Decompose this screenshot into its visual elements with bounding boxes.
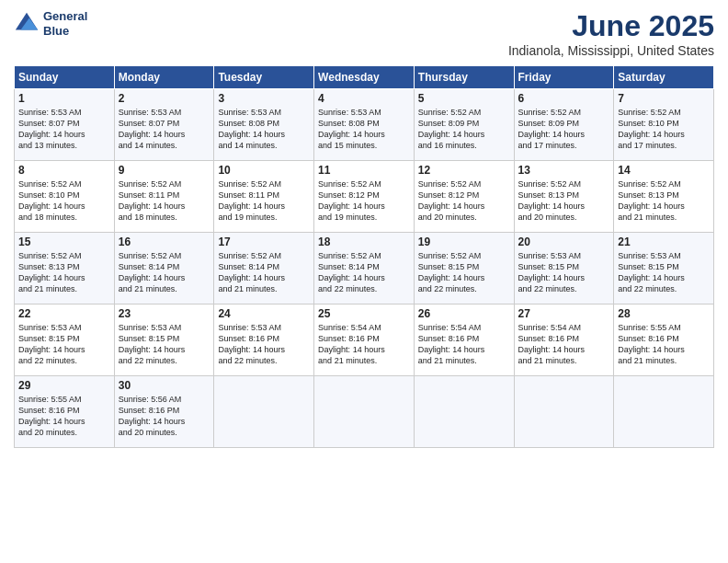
cell-details: Sunrise: 5:53 AM Sunset: 8:15 PM Dayligh… [518, 250, 610, 295]
day-number: 21 [618, 236, 710, 248]
weekday-header: Sunday [15, 66, 115, 89]
calendar-cell: 9Sunrise: 5:52 AM Sunset: 8:11 PM Daylig… [114, 161, 214, 233]
calendar-cell: 25Sunrise: 5:54 AM Sunset: 8:16 PM Dayli… [314, 304, 415, 376]
calendar-cell: 1Sunrise: 5:53 AM Sunset: 8:07 PM Daylig… [15, 89, 115, 161]
day-number: 16 [119, 236, 210, 248]
weekday-header: Monday [114, 66, 214, 89]
cell-details: Sunrise: 5:52 AM Sunset: 8:12 PM Dayligh… [418, 178, 510, 224]
calendar-cell: 18Sunrise: 5:52 AM Sunset: 8:14 PM Dayli… [314, 233, 415, 304]
day-number: 20 [518, 236, 610, 248]
month-title: June 2025 [508, 9, 714, 43]
calendar-cell [414, 376, 514, 448]
calendar-cell [314, 376, 415, 448]
calendar-cell: 3Sunrise: 5:53 AM Sunset: 8:08 PM Daylig… [214, 89, 314, 161]
calendar-cell: 8Sunrise: 5:52 AM Sunset: 8:10 PM Daylig… [15, 161, 115, 233]
cell-details: Sunrise: 5:52 AM Sunset: 8:09 PM Dayligh… [418, 107, 510, 152]
cell-details: Sunrise: 5:53 AM Sunset: 8:08 PM Dayligh… [218, 107, 310, 152]
cell-details: Sunrise: 5:53 AM Sunset: 8:07 PM Dayligh… [18, 107, 110, 152]
day-number: 26 [418, 307, 510, 320]
cell-details: Sunrise: 5:52 AM Sunset: 8:15 PM Dayligh… [418, 250, 510, 295]
cell-details: Sunrise: 5:52 AM Sunset: 8:14 PM Dayligh… [218, 250, 310, 295]
calendar-cell: 4Sunrise: 5:53 AM Sunset: 8:08 PM Daylig… [314, 89, 415, 161]
calendar-week-row: 29Sunrise: 5:55 AM Sunset: 8:16 PM Dayli… [15, 376, 714, 448]
day-number: 5 [418, 92, 510, 105]
header-area: General Blue June 2025 Indianola, Missis… [14, 9, 714, 58]
calendar-cell [214, 376, 314, 448]
cell-details: Sunrise: 5:55 AM Sunset: 8:16 PM Dayligh… [18, 394, 110, 439]
calendar-cell: 30Sunrise: 5:56 AM Sunset: 8:16 PM Dayli… [114, 376, 214, 448]
day-number: 10 [218, 164, 310, 177]
day-number: 13 [518, 164, 610, 177]
calendar-cell: 15Sunrise: 5:52 AM Sunset: 8:13 PM Dayli… [15, 233, 115, 304]
cell-details: Sunrise: 5:54 AM Sunset: 8:16 PM Dayligh… [418, 322, 510, 367]
cell-details: Sunrise: 5:52 AM Sunset: 8:14 PM Dayligh… [119, 250, 210, 295]
day-number: 24 [218, 307, 310, 320]
cell-details: Sunrise: 5:55 AM Sunset: 8:16 PM Dayligh… [618, 322, 710, 367]
calendar-cell: 19Sunrise: 5:52 AM Sunset: 8:15 PM Dayli… [414, 233, 514, 304]
calendar-cell: 10Sunrise: 5:52 AM Sunset: 8:11 PM Dayli… [214, 161, 314, 233]
day-number: 22 [18, 307, 110, 320]
cell-details: Sunrise: 5:54 AM Sunset: 8:16 PM Dayligh… [518, 322, 610, 367]
cell-details: Sunrise: 5:52 AM Sunset: 8:13 PM Dayligh… [618, 178, 710, 224]
day-number: 17 [218, 236, 310, 248]
calendar-cell: 6Sunrise: 5:52 AM Sunset: 8:09 PM Daylig… [514, 89, 614, 161]
calendar-cell: 7Sunrise: 5:52 AM Sunset: 8:10 PM Daylig… [614, 89, 714, 161]
calendar-cell: 11Sunrise: 5:52 AM Sunset: 8:12 PM Dayli… [314, 161, 415, 233]
day-number: 6 [518, 92, 610, 105]
day-number: 23 [119, 307, 210, 320]
day-number: 3 [218, 92, 310, 105]
calendar-cell: 21Sunrise: 5:53 AM Sunset: 8:15 PM Dayli… [614, 233, 714, 304]
calendar-cell: 2Sunrise: 5:53 AM Sunset: 8:07 PM Daylig… [114, 89, 214, 161]
cell-details: Sunrise: 5:52 AM Sunset: 8:14 PM Dayligh… [318, 250, 410, 295]
location: Indianola, Mississippi, United States [508, 43, 714, 58]
calendar-cell: 23Sunrise: 5:53 AM Sunset: 8:15 PM Dayli… [114, 304, 214, 376]
calendar-table: SundayMondayTuesdayWednesdayThursdayFrid… [14, 65, 714, 448]
calendar-cell: 20Sunrise: 5:53 AM Sunset: 8:15 PM Dayli… [514, 233, 614, 304]
cell-details: Sunrise: 5:52 AM Sunset: 8:11 PM Dayligh… [119, 178, 210, 224]
calendar-header-row: SundayMondayTuesdayWednesdayThursdayFrid… [15, 66, 714, 89]
calendar-week-row: 8Sunrise: 5:52 AM Sunset: 8:10 PM Daylig… [15, 161, 714, 233]
cell-details: Sunrise: 5:56 AM Sunset: 8:16 PM Dayligh… [119, 394, 210, 439]
cell-details: Sunrise: 5:53 AM Sunset: 8:15 PM Dayligh… [18, 322, 110, 367]
cell-details: Sunrise: 5:53 AM Sunset: 8:08 PM Dayligh… [318, 107, 410, 152]
day-number: 11 [318, 164, 410, 177]
calendar-cell [614, 376, 714, 448]
day-number: 4 [318, 92, 410, 105]
cell-details: Sunrise: 5:53 AM Sunset: 8:15 PM Dayligh… [119, 322, 210, 367]
calendar-week-row: 22Sunrise: 5:53 AM Sunset: 8:15 PM Dayli… [15, 304, 714, 376]
calendar-week-row: 15Sunrise: 5:52 AM Sunset: 8:13 PM Dayli… [15, 233, 714, 304]
calendar-cell: 27Sunrise: 5:54 AM Sunset: 8:16 PM Dayli… [514, 304, 614, 376]
logo-icon [14, 11, 40, 37]
day-number: 15 [18, 236, 110, 248]
calendar-cell: 16Sunrise: 5:52 AM Sunset: 8:14 PM Dayli… [114, 233, 214, 304]
calendar-cell: 26Sunrise: 5:54 AM Sunset: 8:16 PM Dayli… [414, 304, 514, 376]
calendar-cell: 22Sunrise: 5:53 AM Sunset: 8:15 PM Dayli… [15, 304, 115, 376]
day-number: 12 [418, 164, 510, 177]
cell-details: Sunrise: 5:52 AM Sunset: 8:13 PM Dayligh… [18, 250, 110, 295]
weekday-header: Wednesday [314, 66, 415, 89]
cell-details: Sunrise: 5:52 AM Sunset: 8:11 PM Dayligh… [218, 178, 310, 224]
cell-details: Sunrise: 5:53 AM Sunset: 8:16 PM Dayligh… [218, 322, 310, 367]
weekday-header: Friday [514, 66, 614, 89]
calendar-page: General Blue June 2025 Indianola, Missis… [0, 0, 728, 563]
calendar-cell: 5Sunrise: 5:52 AM Sunset: 8:09 PM Daylig… [414, 89, 514, 161]
cell-details: Sunrise: 5:52 AM Sunset: 8:13 PM Dayligh… [518, 178, 610, 224]
cell-details: Sunrise: 5:53 AM Sunset: 8:15 PM Dayligh… [618, 250, 710, 295]
logo-text: General Blue [43, 9, 87, 38]
cell-details: Sunrise: 5:52 AM Sunset: 8:09 PM Dayligh… [518, 107, 610, 152]
day-number: 14 [618, 164, 710, 177]
calendar-cell: 13Sunrise: 5:52 AM Sunset: 8:13 PM Dayli… [514, 161, 614, 233]
calendar-cell: 17Sunrise: 5:52 AM Sunset: 8:14 PM Dayli… [214, 233, 314, 304]
day-number: 2 [119, 92, 210, 105]
cell-details: Sunrise: 5:52 AM Sunset: 8:12 PM Dayligh… [318, 178, 410, 224]
day-number: 9 [119, 164, 210, 177]
calendar-cell [514, 376, 614, 448]
title-area: June 2025 Indianola, Mississippi, United… [508, 9, 714, 58]
day-number: 1 [18, 92, 110, 105]
weekday-header: Thursday [414, 66, 514, 89]
day-number: 28 [618, 307, 710, 320]
cell-details: Sunrise: 5:53 AM Sunset: 8:07 PM Dayligh… [119, 107, 210, 152]
day-number: 25 [318, 307, 410, 320]
day-number: 27 [518, 307, 610, 320]
day-number: 18 [318, 236, 410, 248]
